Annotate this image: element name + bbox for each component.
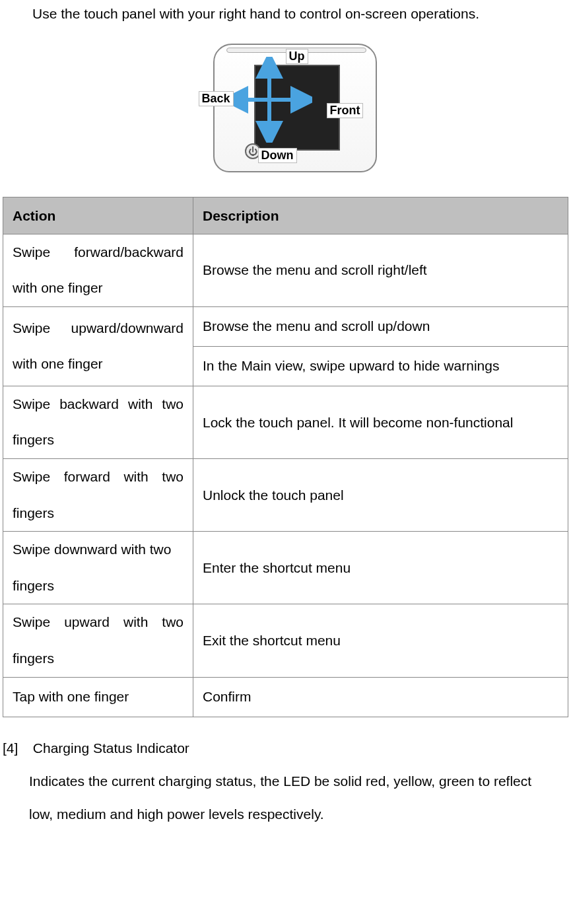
table-header-row: Action Description [3,197,568,234]
table-row: Tap with one finger Confirm [3,677,568,717]
table-row: Swipe upward/downward with one finger Br… [3,306,568,346]
description-text: Lock the touch panel. It will become non… [193,386,568,458]
table-row: Swipe upward with two fingers Exit the s… [3,604,568,677]
description-text: Exit the shortcut menu [193,604,568,677]
action-text: Swipe upward with two [13,604,184,641]
diagram-label-up: Up [286,49,308,65]
action-text: Swipe forward with two [13,459,184,495]
diagram-label-front: Front [327,103,364,119]
section-title: Charging Status Indicator [33,740,189,756]
description-text: Unlock the touch panel [193,458,568,531]
diagram-label-down: Down [258,148,297,164]
action-text: Swipe forward/backward [13,234,184,271]
action-text: with one finger [13,280,103,295]
table-row: Swipe downward with two fingers Enter th… [3,532,568,604]
action-text: with one finger [13,356,103,371]
action-text: fingers [13,432,54,447]
action-text: Swipe backward with two [13,386,184,423]
description-text: Enter the shortcut menu [193,532,568,604]
action-text: Swipe upward/downward [13,310,184,347]
intro-text: Use the touch panel with your right hand… [0,0,571,25]
section-body: Indicates the current charging status, t… [3,765,558,832]
action-text: fingers [13,578,54,593]
table-row: Swipe forward with two fingers Unlock th… [3,458,568,531]
gesture-table: Action Description Swipe forward/backwar… [3,197,568,717]
header-action: Action [3,197,193,234]
description-text: Confirm [193,677,568,717]
description-text: Browse the menu and scroll up/down [193,306,568,346]
touch-panel-diagram: ⏻ Up Down Back Front [0,25,571,197]
action-text: Tap with one finger [3,677,193,717]
header-description: Description [193,197,568,234]
section-charging-status: [4] Charging Status Indicator Indicates … [0,717,571,832]
action-text: fingers [13,651,54,666]
action-text: Swipe downward with two [13,532,184,568]
description-text: In the Main view, swipe upward to hide w… [193,346,568,386]
action-text: fingers [13,505,54,520]
table-row: Swipe forward/backward with one finger B… [3,234,568,306]
description-text: Browse the menu and scroll right/left [193,234,568,306]
section-number: [4] [3,732,29,765]
diagram-label-back: Back [199,91,234,107]
table-row: Swipe backward with two fingers Lock the… [3,386,568,458]
